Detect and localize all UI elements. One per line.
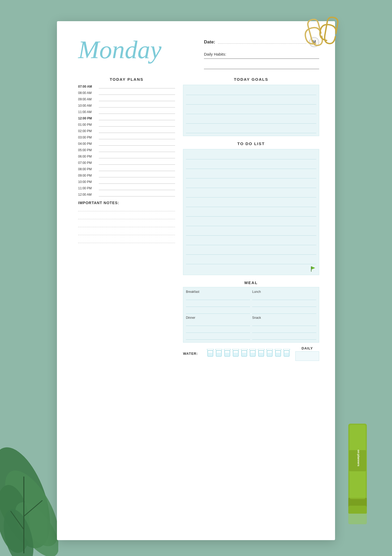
goal-line bbox=[186, 107, 316, 114]
todo-title: TO DO LIST bbox=[183, 141, 319, 146]
page-title: Monday bbox=[78, 37, 193, 62]
water-cup bbox=[207, 349, 214, 358]
flag-container bbox=[186, 266, 316, 272]
water-cup bbox=[232, 349, 239, 358]
meal-entry-line bbox=[252, 328, 316, 333]
meal-cell-label: Dinner bbox=[186, 316, 250, 320]
time-row: 08:00 PM bbox=[78, 167, 175, 171]
todo-line bbox=[186, 238, 316, 245]
water-cup bbox=[215, 349, 222, 358]
time-label: 07:00 PM bbox=[78, 161, 97, 165]
meal-grid: BreakfastLunchDinnerSnack bbox=[183, 287, 319, 343]
note-line bbox=[78, 239, 175, 243]
meal-entry-line bbox=[186, 302, 250, 307]
time-row: 12:00 AM bbox=[78, 193, 175, 196]
time-row: 06:00 PM bbox=[78, 155, 175, 158]
time-entry-line bbox=[99, 174, 175, 177]
svg-rect-31 bbox=[267, 353, 272, 356]
time-row: 11:00 AM bbox=[78, 110, 175, 114]
time-label: 09:00 PM bbox=[78, 174, 97, 177]
goal-line bbox=[186, 116, 316, 124]
leaf-decoration bbox=[0, 424, 58, 556]
todo-box bbox=[183, 149, 319, 275]
right-column: TODAY GOALS TO DO LIST MEAL bbox=[183, 77, 319, 361]
notes-lines bbox=[78, 207, 175, 243]
time-row: 09:00 PM bbox=[78, 174, 175, 177]
water-cup bbox=[249, 349, 256, 358]
meal-entry-line bbox=[252, 295, 316, 300]
todo-line bbox=[186, 181, 316, 188]
time-entry-line bbox=[99, 161, 175, 165]
time-entry-line bbox=[99, 85, 175, 88]
time-entry-line bbox=[99, 180, 175, 184]
todo-line bbox=[186, 171, 316, 178]
meal-entry-line bbox=[186, 295, 250, 300]
time-label: 11:00 PM bbox=[78, 186, 97, 190]
time-row: 09:00 AM bbox=[78, 97, 175, 101]
todo-line bbox=[186, 247, 316, 255]
svg-rect-19 bbox=[216, 353, 221, 356]
time-label: 02:00 PM bbox=[78, 129, 97, 133]
time-entry-line bbox=[99, 167, 175, 171]
svg-rect-13 bbox=[348, 506, 367, 524]
goal-line bbox=[186, 97, 316, 105]
time-row: 05:00 PM bbox=[78, 148, 175, 152]
goal-line bbox=[186, 88, 316, 95]
paperclips-decoration bbox=[297, 16, 350, 48]
time-entry-line bbox=[99, 155, 175, 158]
water-cup bbox=[266, 349, 273, 358]
time-label: 05:00 PM bbox=[78, 148, 97, 152]
water-section: WATER: bbox=[183, 346, 319, 361]
time-row: 12:00 PM bbox=[78, 116, 175, 120]
time-label: 08:00 AM bbox=[78, 91, 97, 95]
svg-rect-33 bbox=[275, 353, 281, 356]
date-dots-line bbox=[218, 41, 306, 44]
time-entry-line bbox=[99, 104, 175, 107]
highlighter-decoration: on:planners bbox=[344, 424, 371, 524]
time-entry-line bbox=[99, 142, 175, 146]
meal-cell: Breakfast bbox=[186, 290, 250, 314]
svg-rect-17 bbox=[208, 353, 213, 356]
time-row: 01:00 PM bbox=[78, 123, 175, 127]
time-row: 07:00 AM bbox=[78, 85, 175, 88]
meal-cell: Lunch bbox=[252, 290, 316, 314]
time-row: 04:00 PM bbox=[78, 142, 175, 146]
meal-cell: Dinner bbox=[186, 316, 250, 340]
time-row: 11:00 PM bbox=[78, 186, 175, 190]
water-cups bbox=[207, 349, 290, 358]
note-line bbox=[78, 231, 175, 235]
svg-rect-35 bbox=[284, 353, 289, 356]
water-label: WATER: bbox=[183, 352, 202, 356]
note-line bbox=[78, 215, 175, 219]
time-row: 07:00 PM bbox=[78, 161, 175, 165]
todo-line bbox=[186, 152, 316, 159]
time-label: 10:00 PM bbox=[78, 180, 97, 184]
time-label: 11:00 AM bbox=[78, 110, 97, 114]
time-label: 12:00 PM bbox=[78, 116, 97, 120]
habits-label: Daily Habits: bbox=[204, 52, 319, 56]
time-entry-line bbox=[99, 148, 175, 152]
svg-rect-27 bbox=[250, 353, 255, 356]
time-row: 08:00 AM bbox=[78, 91, 175, 95]
time-row: 10:00 PM bbox=[78, 180, 175, 184]
todo-line bbox=[186, 162, 316, 169]
time-label: 06:00 PM bbox=[78, 155, 97, 158]
meal-cell-label: Lunch bbox=[252, 290, 316, 294]
notes-section: IMPORTANT NOTES: bbox=[78, 201, 175, 243]
time-entry-line bbox=[99, 129, 175, 133]
notes-title: IMPORTANT NOTES: bbox=[78, 201, 175, 205]
time-row: 10:00 AM bbox=[78, 104, 175, 107]
todo-line bbox=[186, 209, 316, 217]
title-area: Monday bbox=[78, 34, 193, 62]
time-entry-line bbox=[99, 123, 175, 127]
time-entry-line bbox=[99, 136, 175, 139]
daily-box bbox=[295, 351, 319, 361]
meal-entry-line bbox=[252, 308, 316, 314]
time-row: 03:00 PM bbox=[78, 136, 175, 139]
svg-rect-25 bbox=[242, 353, 247, 356]
note-line bbox=[78, 223, 175, 227]
today-plans-title: TODAY PLANS bbox=[78, 77, 175, 82]
meal-entry-line bbox=[186, 334, 250, 340]
meal-cell-label: Snack bbox=[252, 316, 316, 320]
water-cup bbox=[283, 349, 290, 358]
